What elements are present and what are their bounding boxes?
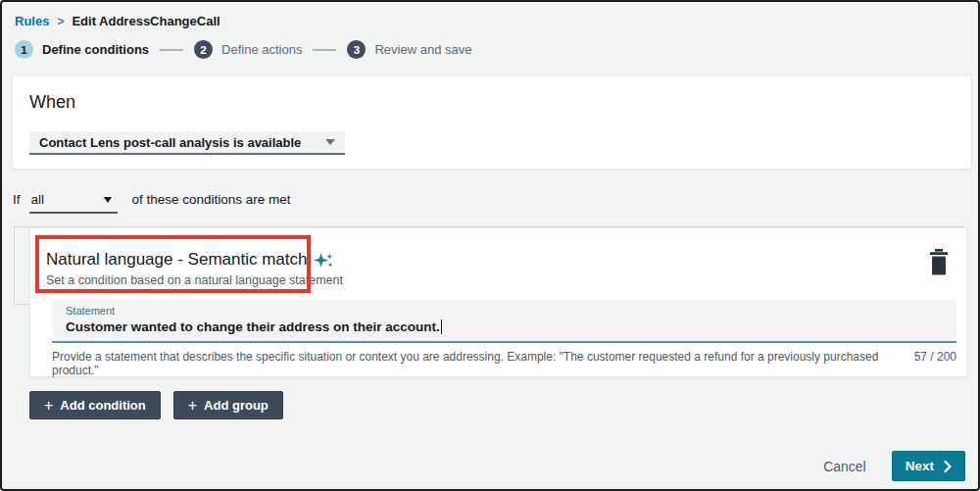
wizard-footer: Cancel Next — [823, 451, 965, 481]
step-connector — [313, 49, 336, 51]
ai-sparkle-icon — [314, 251, 333, 270]
breadcrumb-rules-link[interactable]: Rules — [15, 14, 49, 28]
step-connector — [160, 49, 183, 51]
text-cursor — [441, 319, 442, 334]
trash-icon — [928, 249, 950, 276]
step-define-conditions[interactable]: 1 Define conditions — [15, 40, 149, 59]
plus-icon: + — [188, 398, 197, 414]
conditions-match-row: If all of these conditions are met — [13, 190, 291, 214]
chevron-right-icon — [944, 461, 952, 472]
step-indicator: 1 Define conditions 2 Define actions 3 R… — [15, 40, 471, 59]
breadcrumb-separator: > — [57, 15, 64, 28]
step-number-badge: 1 — [15, 40, 33, 59]
rules-editor-page: Rules > Edit AddressChangeCall 1 Define … — [0, 0, 980, 491]
if-label: If — [13, 190, 21, 207]
conditions-met-label: of these conditions are met — [132, 190, 291, 207]
condition-type-subtitle: Set a condition based on a natural langu… — [46, 273, 343, 287]
add-condition-button[interactable]: + Add condition — [29, 391, 161, 419]
plus-icon: + — [44, 398, 53, 414]
breadcrumb: Rules > Edit AddressChangeCall — [15, 14, 220, 28]
next-button[interactable]: Next — [892, 451, 965, 481]
add-group-button[interactable]: + Add group — [173, 391, 283, 419]
statement-helper-text: Provide a statement that describes the s… — [52, 350, 895, 377]
step-label: Define conditions — [42, 42, 149, 57]
event-trigger-dropdown[interactable]: Contact Lens post-call analysis is avail… — [29, 131, 345, 155]
add-condition-button-label: Add condition — [60, 398, 145, 413]
step-label: Define actions — [221, 42, 302, 57]
cancel-button[interactable]: Cancel — [823, 459, 866, 474]
add-group-button-label: Add group — [204, 398, 269, 413]
statement-input-value: Customer wanted to change their address … — [66, 319, 440, 334]
step-number-badge: 2 — [194, 40, 213, 59]
match-type-dropdown-value: all — [31, 192, 45, 207]
match-type-dropdown[interactable]: all — [29, 190, 118, 214]
chevron-down-icon — [104, 197, 112, 203]
breadcrumb-current-page: Edit AddressChangeCall — [72, 14, 220, 28]
step-define-actions[interactable]: 2 Define actions — [194, 40, 302, 59]
condition-card: Natural language - Semantic match Set a … — [29, 227, 967, 377]
when-section-title: When — [29, 92, 75, 113]
step-review-and-save[interactable]: 3 Review and save — [347, 40, 471, 59]
event-trigger-dropdown-value: Contact Lens post-call analysis is avail… — [39, 135, 301, 150]
step-label: Review and save — [374, 42, 471, 57]
character-counter: 57 / 200 — [914, 350, 956, 364]
statement-input-label: Statement — [66, 305, 956, 317]
chevron-down-icon — [325, 139, 335, 145]
statement-input[interactable]: Statement Customer wanted to change thei… — [52, 300, 956, 343]
step-number-badge: 3 — [347, 40, 366, 59]
when-section-card: When Contact Lens post-call analysis is … — [12, 74, 972, 170]
delete-condition-button[interactable] — [928, 249, 950, 276]
add-buttons-row: + Add condition + Add group — [29, 391, 283, 419]
next-button-label: Next — [906, 459, 934, 473]
condition-type-title: Natural language - Semantic match — [46, 250, 307, 270]
